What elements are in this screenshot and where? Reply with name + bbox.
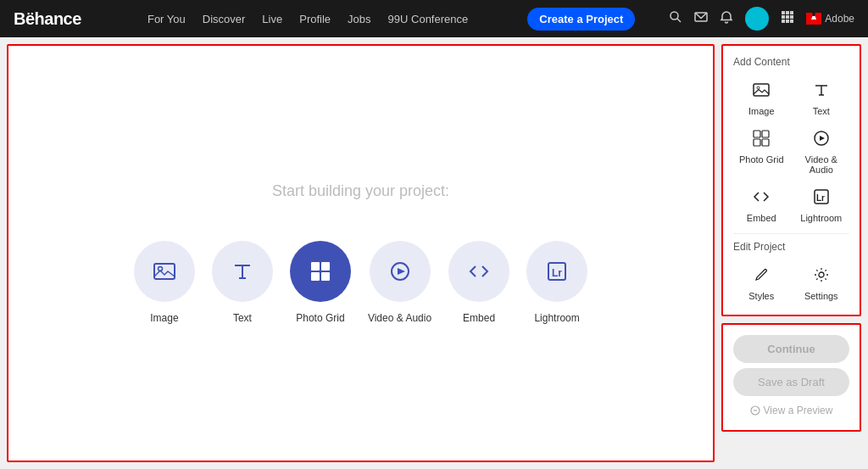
nav-99u[interactable]: 99U Conference	[388, 13, 469, 25]
styles-icon	[753, 266, 770, 288]
sidebar-text[interactable]: Text	[793, 78, 850, 120]
svg-rect-11	[790, 20, 793, 23]
tool-video-audio[interactable]: Video & Audio	[368, 241, 431, 324]
add-content-title: Add Content	[733, 56, 849, 68]
bell-icon[interactable]	[720, 10, 733, 27]
tool-circle-photo-grid[interactable]	[290, 241, 351, 302]
sidebar-embed-label: Embed	[747, 213, 776, 223]
svg-rect-31	[762, 131, 769, 137]
svg-rect-25	[754, 84, 769, 96]
tool-photo-grid[interactable]: Photo Grid	[290, 241, 351, 324]
preview-label: View a Preview	[764, 405, 833, 416]
tool-label-photo-grid: Photo Grid	[296, 312, 344, 324]
nav-live[interactable]: Live	[262, 13, 282, 25]
add-content-grid: Image Text Photo Grid	[733, 78, 849, 226]
svg-rect-17	[311, 262, 320, 271]
create-project-button[interactable]: Create a Project	[527, 8, 635, 31]
text-icon	[813, 81, 830, 103]
svg-rect-19	[311, 272, 320, 281]
svg-rect-6	[782, 15, 785, 19]
svg-line-1	[677, 19, 681, 22]
sidebar-styles-label: Styles	[748, 291, 774, 301]
apps-grid-icon[interactable]	[781, 10, 794, 27]
svg-rect-18	[321, 262, 330, 271]
tool-label-image: Image	[150, 312, 178, 324]
sidebar: Add Content Image Text	[721, 44, 861, 462]
search-icon[interactable]	[669, 10, 682, 27]
sidebar-styles[interactable]: Styles	[733, 263, 790, 304]
tool-label-video: Video & Audio	[368, 312, 431, 324]
svg-marker-35	[820, 136, 825, 141]
tool-text[interactable]: Text	[212, 241, 273, 324]
svg-rect-3	[782, 11, 785, 14]
tool-image[interactable]: Image	[134, 241, 195, 324]
svg-point-26	[757, 87, 760, 89]
svg-point-0	[670, 12, 678, 20]
svg-rect-12	[154, 264, 175, 279]
svg-rect-20	[321, 272, 330, 281]
svg-rect-7	[786, 15, 789, 19]
sidebar-embed[interactable]: Embed	[733, 185, 790, 226]
sidebar-lightroom[interactable]: Lr Lightroom	[793, 185, 850, 226]
navbar-right: Adobe	[669, 7, 854, 31]
svg-rect-9	[782, 20, 785, 23]
settings-icon	[813, 266, 830, 288]
navbar: Bëhance For You Discover Live Profile Jo…	[0, 0, 868, 37]
sidebar-settings[interactable]: Settings	[793, 263, 850, 304]
sidebar-photo-grid[interactable]: Photo Grid	[733, 126, 790, 178]
svg-text:Lr: Lr	[552, 267, 562, 279]
nav-for-you[interactable]: For You	[147, 13, 186, 25]
avatar[interactable]	[745, 7, 769, 31]
nav-discover[interactable]: Discover	[203, 13, 246, 25]
svg-rect-32	[754, 139, 760, 146]
sidebar-photo-grid-label: Photo Grid	[739, 154, 784, 165]
tool-lightroom[interactable]: Lr Lightroom	[526, 241, 587, 324]
preview-button[interactable]: View a Preview	[733, 401, 849, 420]
nav-profile[interactable]: Profile	[299, 13, 331, 25]
sidebar-settings-label: Settings	[804, 291, 838, 301]
svg-rect-8	[790, 15, 793, 19]
nav-jobs[interactable]: Jobs	[348, 13, 370, 25]
panel-divider	[733, 233, 849, 234]
mail-icon[interactable]	[694, 10, 708, 27]
nav-links: For You Discover Live Profile Jobs 99U C…	[108, 13, 507, 25]
adobe-logo: Adobe	[806, 13, 854, 25]
tool-circle-lightroom[interactable]: Lr	[526, 241, 587, 302]
sidebar-text-label: Text	[813, 106, 830, 116]
svg-rect-4	[786, 11, 789, 14]
lightroom-icon: Lr	[813, 188, 830, 209]
canvas-area: Start building your project: Image	[7, 44, 715, 462]
tool-label-lightroom: Lightroom	[534, 312, 579, 324]
svg-rect-30	[754, 131, 760, 137]
canvas-tools: Image Text	[134, 241, 587, 324]
edit-project-grid: Styles Settings	[733, 263, 849, 304]
svg-point-38	[819, 272, 824, 277]
video-audio-icon	[813, 130, 830, 151]
tool-circle-video[interactable]	[370, 241, 431, 302]
tool-label-embed: Embed	[463, 312, 495, 324]
svg-rect-5	[790, 11, 793, 14]
continue-button[interactable]: Continue	[733, 335, 849, 363]
image-icon	[753, 81, 770, 103]
svg-text:Lr: Lr	[816, 193, 825, 203]
sidebar-video-audio[interactable]: Video & Audio	[793, 126, 850, 178]
main-layout: Start building your project: Image	[0, 37, 868, 469]
save-draft-button[interactable]: Save as Draft	[733, 368, 849, 396]
sidebar-image[interactable]: Image	[733, 78, 790, 120]
svg-rect-10	[786, 20, 789, 23]
action-panel: Continue Save as Draft View a Preview	[721, 323, 861, 432]
tool-circle-embed[interactable]	[448, 241, 509, 302]
sidebar-video-label: Video & Audio	[797, 154, 847, 175]
tool-circle-image[interactable]	[134, 241, 195, 302]
adobe-label: Adobe	[825, 13, 854, 25]
svg-rect-33	[762, 139, 769, 146]
tool-circle-text[interactable]	[212, 241, 273, 302]
sidebar-lightroom-label: Lightroom	[800, 213, 842, 223]
tool-embed[interactable]: Embed	[448, 241, 509, 324]
sidebar-image-label: Image	[748, 106, 775, 116]
brand-logo: Bëhance	[14, 9, 81, 29]
tool-label-text: Text	[233, 312, 252, 324]
photo-grid-icon	[753, 130, 770, 151]
svg-marker-22	[398, 268, 405, 275]
add-content-panel: Add Content Image Text	[721, 44, 861, 316]
